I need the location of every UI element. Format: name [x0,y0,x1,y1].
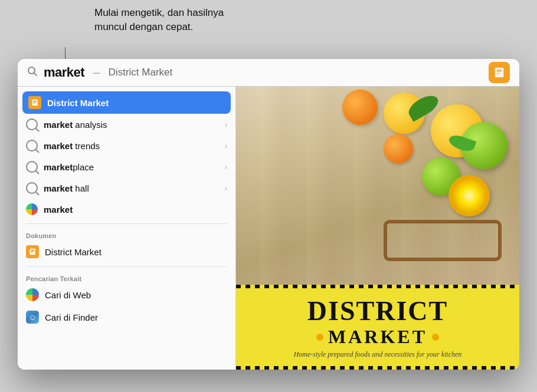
suggestion-label-3: marketplace [44,162,222,172]
preview-card: DISTRICT MARKET Home-style prepared food… [236,87,519,370]
selected-result-item[interactable]: District Market [22,91,231,114]
svg-rect-10 [30,249,35,255]
fruit-orange-2 [384,134,413,163]
suggestion-item-2[interactable]: market trends › [18,135,235,156]
search-bar: market – District Market [18,59,519,87]
cari-finder-label: Cari di Finder [45,312,227,322]
chevron-icon-4: › [225,184,227,193]
selected-item-pages-icon [28,96,41,109]
svg-line-1 [34,73,37,75]
basket-decoration [384,220,502,261]
results-panel: District Market market analysis › market… [18,87,236,370]
section-divider-2 [26,266,227,267]
suggestion-item-3[interactable]: marketplace › [18,156,235,177]
preview-title-main: DISTRICT [248,298,507,325]
tooltip-line1: Mulai mengetik, dan hasilnya [94,6,224,20]
dokumen-pages-icon [26,245,39,258]
svg-rect-5 [496,73,500,74]
search-subtitle: District Market [109,67,173,78]
chevron-icon-1: › [225,120,227,129]
svg-rect-8 [33,102,37,103]
web-browser-icon-5 [26,203,38,215]
section-header-dokumen: Dokumen [18,228,235,241]
section-divider-1 [26,223,227,224]
search-separator: – [89,65,103,80]
pencarian-item-2[interactable]: Cari di Finder [18,306,235,328]
svg-rect-11 [31,250,34,251]
dot-right [432,334,439,341]
svg-rect-9 [33,103,35,104]
stripe-border-bottom [236,366,519,370]
suggestion-label-2: market trends [44,141,222,151]
preview-tagline: Home-style prepared foods and necessitie… [248,350,507,359]
section-header-pencarian: Pencarian Terkait [18,271,235,284]
fruit-orange-1 [342,90,378,125]
dokumen-label-1: District Market [45,247,227,257]
chevron-icon-3: › [225,163,227,172]
tooltip-line2: muncul dengan cepat. [94,20,224,34]
svg-rect-12 [31,251,34,252]
search-suggestion-icon-3 [26,161,38,173]
suggestion-item-4[interactable]: market hall › [18,177,235,199]
dokumen-item-1[interactable]: District Market [18,241,235,263]
web-icon-cari-web [26,288,39,301]
suggestion-item-5[interactable]: market [18,199,235,220]
cari-web-label: Cari di Web [45,290,227,300]
search-suggestion-icon-1 [26,118,38,130]
svg-rect-13 [31,252,33,253]
pages-app-icon[interactable] [489,62,510,83]
selected-result-label: District Market [47,98,225,108]
preview-panel: DISTRICT MARKET Home-style prepared food… [236,87,519,370]
fruit-half-cut [448,175,490,216]
suggestion-label-5: market [44,205,227,215]
preview-label-area: DISTRICT MARKET Home-style prepared food… [236,288,519,366]
preview-subtitle-text: MARKET [328,326,427,348]
preview-photo [236,87,519,285]
dot-left [316,334,323,341]
finder-icon-cari-finder [26,311,39,324]
svg-rect-7 [33,101,37,101]
search-suggestion-icon-4 [26,182,38,194]
suggestion-label-1: market analysis [44,120,222,130]
preview-title-sub: MARKET [248,326,507,348]
svg-rect-6 [32,100,37,106]
svg-rect-3 [496,70,502,70]
content-area: District Market market analysis › market… [18,87,519,370]
tooltip-annotation: Mulai mengetik, dan hasilnya muncul deng… [94,6,224,34]
chevron-icon-2: › [225,141,227,150]
search-icon [27,66,38,80]
suggestion-item-1[interactable]: market analysis › [18,114,235,135]
suggestion-label-4: market hall [44,183,222,193]
pencarian-item-1[interactable]: Cari di Web [18,284,235,306]
spotlight-panel: market – District Market [18,59,519,370]
svg-rect-2 [495,68,504,78]
search-query[interactable]: market [44,65,84,80]
search-suggestion-icon-2 [26,140,38,151]
svg-rect-4 [496,71,502,72]
